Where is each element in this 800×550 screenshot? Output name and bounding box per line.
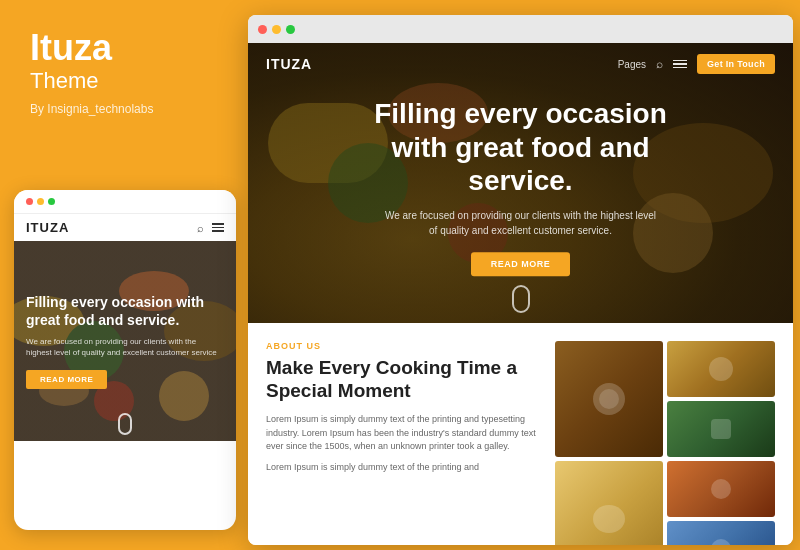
hero-title: Filling every occasion with great food a… bbox=[351, 97, 691, 198]
hero-description: We are focused on providing our clients … bbox=[381, 208, 661, 238]
browser-dot-green bbox=[286, 25, 295, 34]
svg-point-9 bbox=[709, 357, 733, 381]
food-icon-5 bbox=[706, 474, 736, 504]
mobile-scroll-indicator bbox=[118, 413, 132, 435]
about-label: ABOUT US bbox=[266, 341, 539, 351]
nav-cta-button[interactable]: Get In Touch bbox=[697, 54, 775, 74]
mobile-dot-red bbox=[26, 198, 33, 205]
browser-dot-red bbox=[258, 25, 267, 34]
food-icon-6 bbox=[706, 534, 736, 545]
mobile-scroll-oval bbox=[118, 413, 132, 435]
about-image-4 bbox=[555, 461, 663, 545]
mobile-titlebar bbox=[14, 190, 236, 214]
browser-window: ITUZA Pages ⌕ Get In Touch Filling every… bbox=[248, 15, 793, 545]
about-image-placeholder-6 bbox=[667, 521, 775, 545]
food-icon-3 bbox=[706, 414, 736, 444]
browser-titlebar bbox=[248, 15, 793, 43]
about-title: Make Every Cooking Time a Special Moment bbox=[266, 357, 539, 403]
about-image-placeholder-4 bbox=[555, 461, 663, 545]
site-nav-right: Pages ⌕ Get In Touch bbox=[618, 54, 775, 74]
mobile-dot-yellow bbox=[37, 198, 44, 205]
hero-content: Filling every occasion with great food a… bbox=[351, 97, 691, 276]
about-left: ABOUT US Make Every Cooking Time a Speci… bbox=[266, 341, 539, 545]
left-panel: Ituza Theme By Insignia_technolabs ITUZA… bbox=[0, 0, 248, 550]
mobile-hero-title: Filling every occasion with great food a… bbox=[26, 293, 224, 329]
mobile-dot-green bbox=[48, 198, 55, 205]
hamburger-icon[interactable] bbox=[212, 223, 224, 232]
about-image-5 bbox=[667, 461, 775, 517]
site-nav: ITUZA Pages ⌕ Get In Touch bbox=[248, 43, 793, 85]
nav-hamburger-icon[interactable] bbox=[673, 60, 687, 69]
mobile-hero-content: Filling every occasion with great food a… bbox=[26, 293, 224, 389]
food-icon-2 bbox=[706, 354, 736, 384]
about-image-6 bbox=[667, 521, 775, 545]
svg-point-13 bbox=[711, 539, 731, 545]
about-section: ABOUT US Make Every Cooking Time a Speci… bbox=[248, 323, 793, 545]
mobile-logo: ITUZA bbox=[26, 220, 69, 235]
hero-scroll-indicator bbox=[512, 285, 530, 313]
mobile-mockup: ITUZA ⌕ Filling every occasi bbox=[14, 190, 236, 530]
mobile-nav-icons: ⌕ bbox=[197, 222, 224, 234]
about-image-placeholder-1 bbox=[555, 341, 663, 457]
about-image-3 bbox=[667, 401, 775, 457]
svg-point-11 bbox=[593, 505, 625, 533]
hero-read-more-button[interactable]: READ MORE bbox=[471, 252, 571, 276]
mobile-nav: ITUZA ⌕ bbox=[14, 214, 236, 241]
nav-pages-label: Pages bbox=[618, 59, 646, 70]
hero-section: ITUZA Pages ⌕ Get In Touch Filling every… bbox=[248, 43, 793, 323]
brand-name: Ituza bbox=[30, 30, 228, 66]
search-icon[interactable]: ⌕ bbox=[197, 222, 204, 234]
about-text-1: Lorem Ipsum is simply dummy text of the … bbox=[266, 413, 539, 455]
about-image-1 bbox=[555, 341, 663, 457]
svg-point-12 bbox=[711, 479, 731, 499]
browser-dot-yellow bbox=[272, 25, 281, 34]
mobile-dots bbox=[26, 198, 55, 205]
about-image-placeholder-3 bbox=[667, 401, 775, 457]
about-image-2 bbox=[667, 341, 775, 397]
hero-scroll-oval bbox=[512, 285, 530, 313]
theme-label: Theme bbox=[30, 68, 228, 94]
food-icon-1 bbox=[589, 379, 629, 419]
svg-point-8 bbox=[599, 389, 619, 409]
about-image-placeholder-5 bbox=[667, 461, 775, 517]
mobile-hero-desc: We are focused on providing our clients … bbox=[26, 336, 224, 358]
site-logo: ITUZA bbox=[266, 56, 312, 72]
about-image-placeholder-2 bbox=[667, 341, 775, 397]
mobile-hero: Filling every occasion with great food a… bbox=[14, 241, 236, 441]
about-text-2: Lorem Ipsum is simply dummy text of the … bbox=[266, 461, 539, 475]
by-label: By Insignia_technolabs bbox=[30, 102, 228, 116]
svg-rect-10 bbox=[711, 419, 731, 439]
food-icon-4 bbox=[589, 499, 629, 539]
nav-search-icon[interactable]: ⌕ bbox=[656, 57, 663, 71]
mobile-read-more-button[interactable]: READ MORE bbox=[26, 370, 107, 389]
about-images bbox=[555, 341, 775, 545]
